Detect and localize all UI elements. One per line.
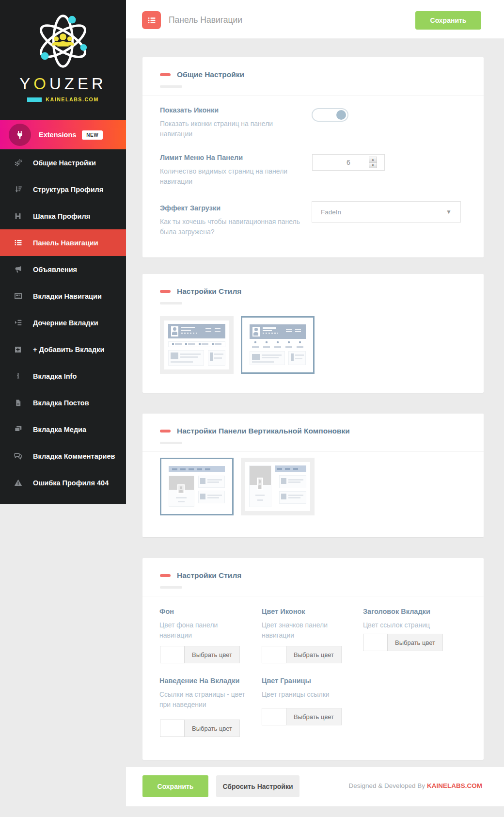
number-stepper: ▲ ▼ xyxy=(369,157,377,168)
tab-hover-color-picker: Выбрать цвет xyxy=(160,720,240,737)
section-accent-dash xyxy=(160,430,171,433)
brand-wordmark: YOUZER xyxy=(19,75,107,93)
style-settings-card: Настройки Стиля xyxy=(142,274,484,393)
logo: YOUZER KAINELABS.COM xyxy=(0,0,126,120)
color-swatch[interactable] xyxy=(363,634,388,651)
tab-title-color-picker: Выбрать цвет xyxy=(363,634,443,651)
plug-icon xyxy=(9,124,31,146)
credit-line: Designed & Developed ByKAINELABS.COM xyxy=(348,782,482,789)
page-header: Панель Навигации Сохранить xyxy=(126,0,504,39)
stepper-down-icon[interactable]: ▼ xyxy=(369,163,377,168)
color-swatch[interactable] xyxy=(160,646,185,663)
show-icons-toggle[interactable] xyxy=(312,108,348,122)
vertical-option-1-selected[interactable] xyxy=(160,458,234,515)
sidebar-item-general-settings[interactable]: Общие Настройки xyxy=(0,149,126,176)
sidebar-item-info-tab[interactable]: Вкладка Info xyxy=(0,363,126,389)
brand-cyan-bar xyxy=(27,97,42,102)
kainelabs-link[interactable]: KAINELABS.COM xyxy=(427,782,482,789)
menu-limit-field: Лимит Меню На Панели Количество видимых … xyxy=(160,154,305,187)
vertical-option-2[interactable] xyxy=(241,458,315,515)
choose-color-button[interactable]: Выбрать цвет xyxy=(185,720,240,737)
megaphone-icon xyxy=(13,265,23,273)
sidebar-item-add-tabs[interactable]: + Добавить Вкладки xyxy=(0,336,126,363)
choose-color-button[interactable]: Выбрать цвет xyxy=(388,634,443,651)
sidebar-item-child-tabs[interactable]: Дочерние Вкладки xyxy=(0,309,126,336)
color-swatch[interactable] xyxy=(262,646,286,663)
layout-preview-stacked xyxy=(246,321,310,369)
page-title: Панель Навигации xyxy=(169,15,242,25)
layout-preview-horizontal xyxy=(164,320,229,369)
sidebar-item-nav-tabs[interactable]: Вкладки Навигации xyxy=(0,283,126,309)
choose-color-button[interactable]: Выбрать цвет xyxy=(286,646,342,663)
bg-color-field: Фон Цвет фона панели навигации xyxy=(159,608,254,641)
icons-color-field: Цвет Иконок Цвет значков панели навигаци… xyxy=(262,608,356,641)
gears-icon xyxy=(13,159,23,167)
brand-subtitle: KAINELABS.COM xyxy=(27,96,98,102)
sidebar-item-extensions[interactable]: Extensions NEW xyxy=(0,120,126,149)
section-header: Настройки Панели Вертикальной Компоновки xyxy=(142,414,484,452)
footer-bar: Сохранить Сбросить Настройки Designed & … xyxy=(126,767,504,806)
file-icon xyxy=(13,399,23,407)
divider xyxy=(142,312,484,312)
info-icon xyxy=(13,372,23,380)
atom-logo-icon xyxy=(32,11,94,74)
bg-color-picker: Выбрать цвет xyxy=(160,646,240,663)
menu-limit-control: ▲ ▼ xyxy=(312,154,385,171)
sort-icon xyxy=(13,185,23,193)
tab-hover-color-field: Наведение На Вкладки Ссылки на страницы … xyxy=(159,677,254,710)
sidebar-item-announcements[interactable]: Объявления xyxy=(0,256,126,283)
section-underline xyxy=(160,442,182,444)
warning-icon xyxy=(13,479,23,487)
save-button-bottom[interactable]: Сохранить xyxy=(142,775,208,797)
border-color-picker: Выбрать цвет xyxy=(262,708,342,725)
select-value: FadeIn xyxy=(321,208,341,216)
layout-preview-nav-top xyxy=(165,463,229,511)
section-underline xyxy=(160,586,182,589)
load-effect-select[interactable]: FadeIn ▼ xyxy=(312,201,461,223)
section-accent-dash xyxy=(160,73,171,76)
reset-settings-button[interactable]: Сбросить Настройки xyxy=(216,775,299,797)
sidebar-item-profile-header[interactable]: Шапка Профиля xyxy=(0,203,126,229)
load-effect-field: Эффект Загрузки Как ты хочешь чтобы нави… xyxy=(160,204,305,237)
sidebar-item-profile-structure[interactable]: Структура Профиля xyxy=(0,176,126,203)
list-icon xyxy=(13,239,23,247)
section-underline xyxy=(160,85,182,88)
section-header: Общие Настройки xyxy=(142,57,484,96)
new-badge: NEW xyxy=(82,130,103,140)
color-swatch[interactable] xyxy=(262,708,286,725)
save-button-top[interactable]: Сохранить xyxy=(415,11,481,30)
layout-preview-nav-right xyxy=(245,462,310,511)
divider xyxy=(142,95,484,96)
choose-color-button[interactable]: Выбрать цвет xyxy=(286,708,342,725)
plus-square-icon xyxy=(13,346,23,353)
sidebar-item-media-tab[interactable]: Вкладка Медиа xyxy=(0,416,126,443)
section-header: Настройки Стиля xyxy=(142,274,484,312)
vertical-layout-card: Настройки Панели Вертикальной Компоновки xyxy=(142,414,484,537)
sidebar: YOUZER KAINELABS.COM Extensions NEW Общи… xyxy=(0,0,126,504)
color-settings-card: Настройки Стиля Фон Цвет фона панели нав… xyxy=(142,558,484,760)
section-accent-dash xyxy=(160,290,171,293)
section-title: Общие Настройки xyxy=(177,70,244,79)
stepper-up-icon[interactable]: ▲ xyxy=(369,157,377,163)
section-title: Настройки Панели Вертикальной Компоновки xyxy=(177,427,350,435)
images-icon xyxy=(13,425,23,433)
choose-color-button[interactable]: Выбрать цвет xyxy=(185,646,240,663)
sidebar-item-posts-tab[interactable]: Вкладка Постов xyxy=(0,389,126,416)
style-option-2-selected[interactable] xyxy=(241,316,315,374)
page-list-icon xyxy=(142,11,161,29)
sidebar-item-navbar[interactable]: Панель Навигации xyxy=(0,229,126,256)
sidebar-item-profile-404[interactable]: Ошибка Профиля 404 xyxy=(0,469,126,496)
tab-title-color-field: Заголовок Вкладки Цвет ссылок страниц xyxy=(363,608,457,630)
color-swatch[interactable] xyxy=(160,720,185,737)
style-option-1[interactable] xyxy=(160,316,234,374)
layout-options xyxy=(160,316,315,374)
newspaper-icon xyxy=(13,292,23,300)
section-header: Настройки Стиля xyxy=(142,558,484,596)
border-color-field: Цвет Границы Цвет границы ссылки xyxy=(262,677,356,700)
vertical-layout-options xyxy=(160,458,315,515)
section-title: Настройки Стиля xyxy=(177,287,241,295)
section-underline xyxy=(160,302,182,304)
sidebar-item-comments-tab[interactable]: Вкладка Комментариев xyxy=(0,443,126,469)
heading-icon xyxy=(13,212,23,220)
comments-icon xyxy=(13,452,23,460)
